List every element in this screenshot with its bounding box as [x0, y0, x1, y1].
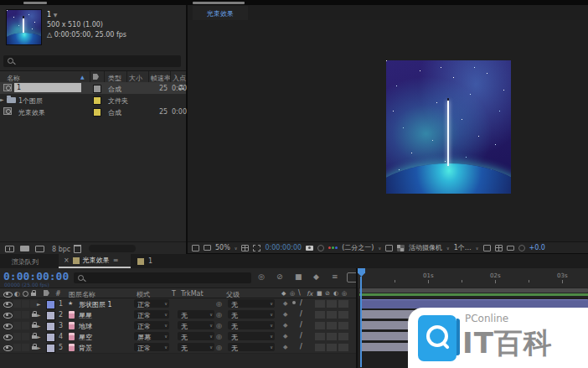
grid-guides-icon[interactable] [241, 245, 249, 251]
parent-dropdown[interactable]: 无∨ [228, 343, 275, 351]
parent-dropdown[interactable]: 无∨ [228, 310, 275, 319]
time-ruler[interactable]: 01s 02s 03s [358, 268, 588, 288]
project-bit-depth[interactable]: 8 bpc [52, 246, 70, 253]
pixel-aspect-icon[interactable] [507, 246, 514, 251]
switch-icon[interactable]: ◆ [283, 300, 287, 307]
tab-comp-viewer[interactable]: 光束效果 [193, 6, 248, 20]
trash-icon[interactable] [74, 245, 81, 253]
fast-previews-icon[interactable] [518, 245, 525, 251]
eye-toggle-icon[interactable] [3, 345, 13, 351]
layer-name[interactable]: 星星 [79, 311, 92, 320]
quality-switch-icon[interactable]: / [300, 321, 302, 329]
expand-arrow-icon[interactable]: ► [37, 312, 41, 318]
project-row[interactable]: ► 1个图层 文件夹 [0, 94, 186, 106]
fx-icon[interactable]: fx [307, 290, 313, 298]
video-column-eye-icon[interactable] [3, 292, 13, 298]
work-area-track[interactable] [358, 288, 588, 298]
frame-blend-icon[interactable]: ■ [317, 290, 322, 297]
project-search-input[interactable] [3, 55, 181, 67]
col-number[interactable]: # [55, 290, 61, 298]
frame-blending-icon[interactable]: ◆ [313, 272, 319, 281]
camera-chevron-icon[interactable]: ∨ [446, 246, 450, 251]
project-row[interactable]: 1 合成 25 0:00 [0, 82, 186, 94]
toggle-mask-icon[interactable] [483, 245, 491, 251]
exposure-value[interactable]: +0.0 [529, 244, 545, 251]
preview-timecode[interactable]: 0:00:00:00 [265, 244, 302, 251]
quality-switch-icon[interactable]: / [300, 299, 302, 307]
motion-blur-icon[interactable]: ≡ [332, 272, 338, 281]
layer-row[interactable]: ► 3 地球 正常∨ 无∨ ◎ 无∨ ◆ / [0, 320, 356, 332]
active-camera-value[interactable]: 活动摄像机 [409, 243, 442, 252]
lock-column-icon[interactable] [31, 293, 36, 296]
monitor-icon[interactable] [204, 245, 211, 251]
snapshot-layers-icon[interactable] [192, 245, 199, 251]
panel-grip[interactable] [23, 2, 47, 4]
label-swatch[interactable] [46, 300, 55, 309]
playhead-line[interactable] [360, 277, 362, 367]
tab-render-queue[interactable]: 渲染队列 [12, 257, 39, 267]
interpret-footage-icon[interactable] [5, 246, 14, 252]
item-name[interactable]: 1个图层 [18, 96, 43, 106]
expand-arrow-icon[interactable]: ► [0, 96, 4, 102]
resolution-chevron-icon[interactable]: ∨ [378, 246, 381, 251]
col-trkmat[interactable]: TrkMat [181, 290, 204, 298]
quality-switch-icon[interactable]: / [300, 332, 302, 339]
layer-row[interactable]: ► 4 星空 屏幕∨ 无∨ ◎ 无∨ ◆ / [0, 331, 356, 343]
threed-icon[interactable]: ◎ [342, 290, 347, 297]
expand-arrow-icon[interactable]: ► [37, 301, 41, 307]
trkmat-dropdown[interactable]: 无∨ [178, 310, 214, 319]
quality-switch-icon[interactable]: / [300, 343, 302, 350]
expand-arrow-icon[interactable]: ► [37, 345, 41, 350]
current-view-icon[interactable] [495, 245, 503, 251]
label-swatch[interactable] [93, 96, 101, 105]
trkmat-dropdown[interactable]: 无∨ [178, 332, 214, 340]
sort-ascending-icon[interactable]: ▲ [80, 74, 85, 80]
adjustment-icon[interactable]: ◐ [333, 290, 338, 297]
show-snapshot-icon[interactable] [317, 245, 324, 251]
menu-icon[interactable]: ≡ [113, 257, 119, 264]
layer-name[interactable]: 形状图层 1 [79, 300, 112, 309]
solo-column-icon[interactable] [23, 291, 28, 297]
mode-dropdown[interactable]: 正常∨ [134, 321, 169, 329]
layer-name[interactable]: 星空 [79, 333, 92, 342]
label-swatch[interactable] [93, 108, 101, 117]
switch-icon[interactable]: ◆ [283, 344, 287, 350]
magnification-value[interactable]: 50% [215, 244, 230, 251]
label-swatch[interactable] [93, 85, 101, 93]
trkmat-dropdown[interactable]: 无∨ [178, 321, 214, 329]
layer-row[interactable]: ► 5 背景 正常∨ 无∨ ◎ 无∨ ◆ / [0, 342, 356, 354]
magnification-chevron-icon[interactable]: ∨ [235, 246, 238, 251]
mode-dropdown[interactable]: 屏幕∨ [134, 332, 169, 340]
tab-comp-timeline-active[interactable]: × 光束效果 ≡ [59, 254, 131, 268]
work-area-bar[interactable] [359, 288, 588, 293]
view-layout-value[interactable]: 1个… [454, 243, 472, 252]
label-swatch[interactable] [46, 333, 55, 342]
hide-shy-layers-icon[interactable]: ■ [295, 272, 302, 281]
switch-icon[interactable]: ◆ [283, 322, 287, 329]
parent-dropdown[interactable]: 无∨ [228, 321, 275, 329]
parent-pickwhip-icon[interactable]: ◎ [216, 311, 222, 319]
trkmat-dropdown[interactable]: 无∨ [178, 343, 214, 351]
switch-icon[interactable]: ◆ [283, 311, 287, 318]
label-swatch[interactable] [46, 311, 55, 320]
item-name-selected[interactable]: 1 [14, 83, 81, 92]
flowchart-dropdown-icon[interactable]: ▼ [54, 12, 58, 18]
timeline-search-input[interactable] [74, 272, 251, 283]
layer-name[interactable]: 地球 [79, 322, 92, 331]
views-chevron-icon[interactable]: ∨ [476, 246, 479, 251]
mask-visibility-icon[interactable] [253, 245, 260, 251]
layer-name[interactable]: 背景 [79, 344, 92, 353]
parent-dropdown[interactable]: 无∨ [228, 299, 275, 308]
composition-mini-flowchart-icon[interactable]: ◎ [258, 272, 265, 281]
audio-column-icon[interactable]: ◐ [14, 290, 20, 298]
resolution-value[interactable]: (二分之一) [342, 243, 374, 252]
parent-dropdown[interactable]: 无∨ [228, 332, 275, 340]
item-name[interactable]: 光束效果 [18, 108, 45, 117]
label-swatch[interactable] [46, 344, 55, 353]
current-time-display[interactable]: 0:00:00:00 [3, 270, 69, 282]
shy-icon[interactable]: ◆ [281, 290, 286, 297]
motion-blur-col-icon[interactable]: ⊘ [325, 290, 330, 297]
label-color-icon[interactable] [93, 74, 99, 80]
show-channel-icon[interactable] [328, 246, 338, 249]
parent-pickwhip-icon[interactable]: ◎ [216, 300, 222, 308]
